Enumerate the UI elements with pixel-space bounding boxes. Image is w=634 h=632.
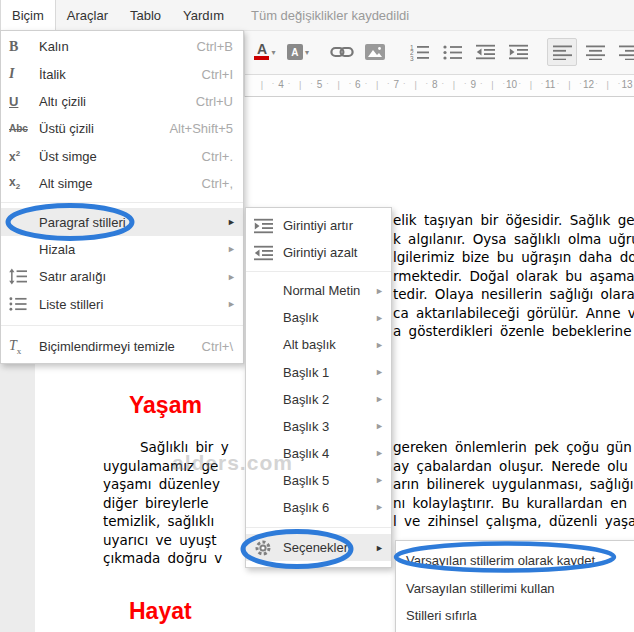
menu-item-girintiyi-azalt[interactable]: Girintiyi azalt <box>246 239 391 266</box>
menu-item-bicimlendirmeyi-temizle[interactable]: TxBiçimlendirmeyi temizleCtrl+\ <box>1 333 243 360</box>
clear-format-icon: Tx <box>9 338 35 356</box>
ruler-number: 8 <box>432 79 438 90</box>
indent-increase-icon <box>254 218 280 234</box>
ruler-tick: · <box>502 78 505 88</box>
align-left-button[interactable] <box>547 38 577 66</box>
ruler-tick: · <box>579 78 582 88</box>
ruler-tick: · <box>425 78 428 88</box>
menu-item-alt-simge[interactable]: x2Alt simgeCtrl+, <box>1 170 243 197</box>
menu-item-baslik-2[interactable]: Başlık 2► <box>246 386 391 413</box>
indent-increase-icon <box>509 44 528 60</box>
bullet-list-button[interactable] <box>437 38 467 66</box>
ruler-tick: · <box>272 78 275 88</box>
menu-separator <box>246 527 391 528</box>
paragraph1-line: rmektedir. Doğal olarak bu aşamad <box>393 268 634 284</box>
menu-item-paragraf-stilleri[interactable]: Paragraf stilleri► <box>1 208 243 235</box>
submenu-arrow-icon: ► <box>375 475 384 485</box>
submenu-arrow-icon: ► <box>375 286 384 296</box>
menu-item-baslik-3[interactable]: Başlık 3► <box>246 413 391 440</box>
text-color-button[interactable]: A▾ <box>250 38 280 66</box>
paragraph2-line-right: nı kolaylaştırır. Bu kurallardan en <box>393 495 627 511</box>
ruler-tick: · <box>348 78 351 88</box>
numbered-list-button[interactable]: 123 <box>404 38 434 66</box>
ruler-tick: | <box>338 80 340 90</box>
ruler-tick: · <box>364 78 367 88</box>
indent-increase-button[interactable] <box>503 38 533 66</box>
ruler-tick: | <box>299 80 301 90</box>
paragraph2-line-left: diğer bireylerle <box>103 495 209 511</box>
menu-item-ustu-cizili[interactable]: AbcÜstü çiziliAlt+Shift+5 <box>1 115 243 142</box>
menu-item-label: Girintiyi azalt <box>283 245 391 260</box>
menu-item-girintiyi-artir[interactable]: Girintiyi artır <box>246 212 391 239</box>
indent-decrease-icon <box>476 44 495 60</box>
paragraph2-line-right: l ve zihinsel çalışma, düzenli yaşa <box>393 513 634 529</box>
align-right-button[interactable] <box>613 38 634 66</box>
ruler-tick: | <box>607 80 609 90</box>
menu-item-kalin[interactable]: BKalınCtrl+B <box>1 33 243 60</box>
menu-item-baslik[interactable]: Başlık► <box>246 304 391 331</box>
menu-item-baslik-6[interactable]: Başlık 6► <box>246 494 391 521</box>
menu-separator <box>1 202 243 203</box>
submenu-arrow-icon: ► <box>375 421 384 431</box>
ruler-number: 5 <box>317 79 323 90</box>
paragraph1-line: elik taşıyan bir öğesidir. Sağlık gene <box>393 212 634 228</box>
ruler-number: 4 <box>278 79 284 90</box>
ruler-tick: | <box>414 80 416 90</box>
submenu-arrow-icon: ► <box>375 313 384 323</box>
menu-item-hizala[interactable]: Hizala► <box>1 236 243 263</box>
indent-decrease-button[interactable] <box>470 38 500 66</box>
insert-link-icon <box>330 44 354 60</box>
highlight-color-icon: A▾ <box>287 44 309 60</box>
menu-item-label: Hizala <box>39 242 243 257</box>
submenu-arrow-icon: ► <box>375 502 384 512</box>
ruler-tick: · <box>464 78 467 88</box>
list-styles-icon <box>9 296 35 312</box>
insert-link-button[interactable] <box>327 38 357 66</box>
menu-item-liste-stilleri[interactable]: Liste stilleri► <box>1 291 243 318</box>
ruler-tick: · <box>557 78 560 88</box>
menubar-item-yardim[interactable]: Yardım <box>172 0 235 30</box>
align-center-button[interactable] <box>580 38 610 66</box>
strikethrough-icon: Abc <box>9 123 35 134</box>
shortcut-label: Ctrl+\ <box>202 339 233 354</box>
menu-item-varsayilan-stillerimi-kullan[interactable]: Varsayılan stillerimi kullan <box>396 575 634 603</box>
menu-item-satir-araligi[interactable]: Satır aralığı► <box>1 263 243 290</box>
menu-item-alt-baslik[interactable]: Alt başlık► <box>246 331 391 358</box>
menu-item-secenekler[interactable]: Seçenekler► <box>246 534 391 561</box>
ruler-tick: | <box>376 80 378 90</box>
paragraph1-line: tedir. Olaya nesillerin sağlığı olarak <box>393 286 634 302</box>
insert-image-button[interactable] <box>360 38 390 66</box>
line-spacing-icon <box>9 268 35 285</box>
menu-item-normal-metin[interactable]: Normal Metin► <box>246 277 391 304</box>
horizontal-ruler[interactable]: 4|··5|··6|··7|··8|··9|··10|··11|··12|··1… <box>245 74 634 97</box>
submenu-arrow-icon: ► <box>375 448 384 458</box>
menu-item-ust-simge[interactable]: x2Üst simgeCtrl+. <box>1 143 243 170</box>
menu-item-baslik-1[interactable]: Başlık 1► <box>246 358 391 385</box>
menubar-item-tablo[interactable]: Tablo <box>119 0 172 30</box>
google-docs-window: elik taşıyan bir öğesidir. Sağlık genek … <box>0 0 634 632</box>
ruler-number: 13 <box>621 79 632 90</box>
document-heading-hayat: Hayat <box>129 598 192 625</box>
ruler-number: 11 <box>545 79 555 90</box>
ruler-number: 9 <box>470 79 476 90</box>
ruler-tick: · <box>480 78 483 88</box>
ruler-tick: | <box>261 80 263 90</box>
site-watermark: alders.com <box>172 451 293 475</box>
menu-item-varsayilan-stillerim-olarak-kaydet[interactable]: Varsayılan stillerim olarak kaydet <box>396 547 634 575</box>
highlight-color-button[interactable]: A▾ <box>283 38 313 66</box>
menubar-item-bicim[interactable]: Biçim <box>0 0 56 30</box>
save-status-text: Tüm değişiklikler kaydedildi <box>251 0 409 30</box>
ruler-tick: · <box>288 78 291 88</box>
align-right-icon <box>619 44 634 60</box>
ruler-tick: | <box>568 80 570 90</box>
menu-item-i-talik[interactable]: IİtalikCtrl+I <box>1 60 243 87</box>
indent-decrease-icon <box>254 245 280 261</box>
ruler-number: 6 <box>355 79 361 90</box>
text-color-icon: A▾ <box>254 44 275 60</box>
menu-item-alti-cizili[interactable]: UAltı çiziliCtrl+U <box>1 88 243 115</box>
menu-item-stilleri-sifirla[interactable]: Stilleri sıfırla <box>396 602 634 630</box>
document-heading-yasam: Yaşam <box>129 392 202 419</box>
menubar-item-araclar[interactable]: Araçlar <box>56 0 119 30</box>
menu-bar: BiçimAraçlarTabloYardımTüm değişiklikler… <box>0 0 634 31</box>
ruler-tick: · <box>310 78 313 88</box>
